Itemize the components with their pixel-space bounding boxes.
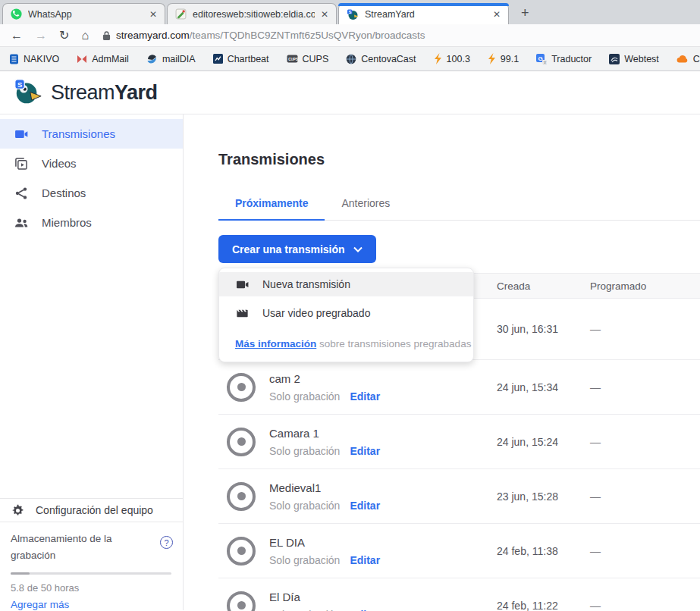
lightning-icon: [434, 53, 442, 64]
storage-title: Almacenamiento de la grabación: [11, 531, 138, 564]
scheduled-value: —: [590, 436, 700, 448]
tab-close-icon[interactable]: ✕: [149, 9, 157, 20]
add-more-link[interactable]: Agregar más: [11, 599, 172, 610]
tab-proximamente[interactable]: Próximamente: [218, 197, 325, 221]
broadcast-name: Camara 1: [269, 427, 380, 440]
broadcast-type: Solo grabación: [269, 554, 340, 566]
active-tab-stripe: [338, 3, 509, 6]
broadcast-type: Solo grabación: [269, 500, 340, 512]
broadcast-name: Medieval1: [269, 481, 380, 494]
table-row[interactable]: Camara 1 Solo grabaciónEditar 24 jun, 15…: [218, 415, 700, 469]
more-info-link[interactable]: Más información: [235, 338, 316, 349]
edit-link[interactable]: Editar: [350, 445, 380, 457]
tab-close-icon[interactable]: ✕: [321, 9, 328, 20]
team-settings-button[interactable]: Configuración del equipo: [0, 498, 183, 522]
broadcast-type: Solo grabación: [269, 445, 340, 457]
sidebar-item-miembros[interactable]: Miembros: [0, 208, 183, 237]
bookmark-maildia[interactable]: mailDIA: [146, 54, 196, 64]
movie-icon: [235, 306, 250, 321]
padlock-icon: [102, 30, 111, 41]
reload-icon[interactable]: ↻: [59, 30, 69, 42]
bookmark-centovacast[interactable]: CentovaCast: [346, 54, 416, 64]
gear-icon: [11, 504, 24, 517]
bookmark-cups[interactable]: CUPS CUPS: [287, 54, 329, 64]
svg-text:CUPS: CUPS: [288, 58, 298, 61]
admmail-icon: [77, 55, 87, 64]
created-date: 24 jun, 15:34: [497, 381, 590, 393]
broadcast-type: Solo grabación: [269, 609, 340, 611]
sidebar-item-videos[interactable]: Videos: [0, 149, 183, 178]
back-icon[interactable]: ←: [11, 30, 23, 42]
sidebar-item-destinos[interactable]: Destinos: [0, 178, 183, 208]
dropdown-item-new-broadcast[interactable]: Nueva transmisión: [219, 272, 473, 296]
record-icon: [227, 537, 256, 566]
created-date: 30 jun, 16:31: [497, 323, 590, 335]
videocam-icon: [235, 277, 250, 292]
sidebar-item-transmisiones[interactable]: Transmisiones: [0, 119, 183, 149]
browser-tab-whatsapp[interactable]: WhatsApp ✕: [2, 3, 165, 24]
browser-tab-strip: WhatsApp ✕ editoresweb:sitioweb:eldia.co…: [0, 0, 700, 24]
browser-tab-streamyard[interactable]: S StreamYard ✕: [338, 3, 509, 24]
table-row[interactable]: Medieval1 Solo grabaciónEditar 23 jun, 1…: [218, 469, 700, 524]
tab-anteriores[interactable]: Anteriores: [325, 197, 407, 220]
created-date: 24 feb, 11:22: [497, 600, 590, 611]
lightning-icon: [488, 53, 496, 64]
svg-text:S: S: [349, 9, 352, 14]
bookmark-991[interactable]: 99.1: [488, 53, 519, 64]
app-header: S StreamYard: [0, 71, 700, 114]
bookmark-1003[interactable]: 100.3: [434, 53, 470, 64]
bookmark-webtest[interactable]: Webtest: [609, 54, 659, 64]
scheduled-value: —: [590, 323, 700, 335]
home-icon[interactable]: ⌂: [81, 30, 89, 42]
create-broadcast-dropdown: Nueva transmisión Usar video pregrabado …: [218, 268, 474, 362]
browser-tab-editoresweb[interactable]: editoresweb:sitioweb:eldia.co ✕: [167, 3, 337, 24]
video-library-icon: [14, 156, 29, 171]
bookmark-traductor[interactable]: G文 Traductor: [536, 54, 592, 64]
record-icon: [227, 428, 256, 456]
tab-title: WhatsApp: [28, 9, 143, 20]
edit-link[interactable]: Editar: [350, 500, 380, 512]
people-icon: [14, 215, 29, 230]
svg-text:G: G: [538, 55, 543, 61]
help-icon[interactable]: ?: [160, 536, 173, 549]
videocam-icon: [14, 127, 29, 142]
bookmark-chartbeat[interactable]: Chartbeat: [213, 54, 269, 64]
table-row[interactable]: EL DIA Solo grabaciónEditar 24 feb, 11:3…: [218, 524, 700, 578]
url-host: streamyard.com: [116, 30, 190, 41]
storage-progress-bar: [11, 572, 171, 575]
table-row[interactable]: El Día Solo grabaciónEditar 24 feb, 11:2…: [218, 578, 700, 611]
storage-panel: Almacenamiento de la grabación ? 5.8 de …: [0, 522, 183, 610]
url-field[interactable]: streamyard.com/teams/TQDhBC9ZNTmft6z5UsQ…: [102, 30, 425, 41]
bookmark-cloudflare[interactable]: CloudFlare: [676, 54, 700, 64]
share-icon: [14, 186, 29, 201]
scheduled-value: —: [590, 600, 700, 611]
main-content: Transmisiones Próximamente Anteriores Cr…: [184, 114, 700, 610]
dropdown-info: Más información sobre transmisiones preg…: [219, 330, 473, 349]
create-broadcast-button[interactable]: Crear una transmisión: [218, 235, 376, 263]
tab-title: StreamYard: [365, 9, 487, 20]
address-bar: ← → ↻ ⌂ streamyard.com/teams/TQDhBC9ZNTm…: [0, 24, 700, 47]
broadcast-name: El Día: [269, 591, 380, 603]
record-icon: [227, 373, 256, 402]
bookmarks-bar: NAKIVO AdmMail mailDIA Chartbeat CUPS CU…: [0, 47, 700, 71]
cloudflare-icon: [676, 55, 689, 63]
dropdown-item-prerecorded[interactable]: Usar video pregrabado: [219, 296, 473, 330]
tab-close-icon[interactable]: ✕: [493, 9, 501, 20]
column-header-created: Creada: [497, 280, 590, 292]
created-date: 24 feb, 11:38: [497, 545, 590, 557]
sidebar: Transmisiones Videos Destinos Miembros C…: [0, 114, 184, 610]
table-row[interactable]: cam 2 Solo grabaciónEditar 24 jun, 15:34…: [218, 360, 700, 415]
bookmark-admmail[interactable]: AdmMail: [77, 54, 129, 64]
storage-usage: 5.8 de 50 horas: [11, 582, 172, 594]
edit-link[interactable]: Editar: [350, 390, 380, 403]
bookmark-nakivo[interactable]: NAKIVO: [9, 54, 59, 64]
edit-link[interactable]: Editar: [350, 554, 380, 566]
forward-icon[interactable]: →: [35, 30, 47, 42]
chevron-down-icon: [353, 246, 363, 252]
record-icon: [227, 482, 256, 511]
edit-link[interactable]: Editar: [350, 609, 380, 611]
column-header-scheduled: Programado: [590, 280, 700, 292]
new-tab-button[interactable]: +: [521, 6, 529, 20]
created-date: 23 jun, 15:28: [497, 490, 590, 503]
svg-text:文: 文: [543, 61, 547, 64]
